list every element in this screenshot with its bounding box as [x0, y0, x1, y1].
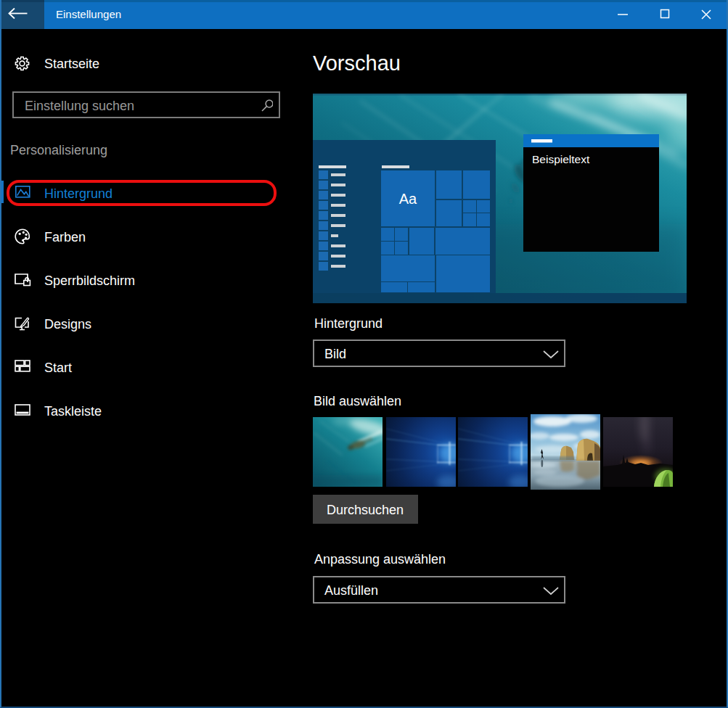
svg-text:Aa: Aa [399, 191, 417, 207]
svg-text:Beispieltext: Beispieltext [532, 153, 590, 165]
